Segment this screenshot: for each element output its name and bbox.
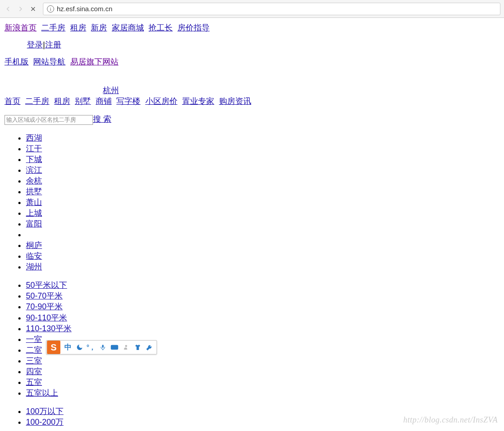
- nav-qianggongzhang[interactable]: 抢工长: [148, 23, 173, 32]
- nav-xinfang[interactable]: 新房: [91, 23, 107, 32]
- svg-point-6: [114, 346, 114, 347]
- nav-yiju[interactable]: 易居旗下网站: [70, 57, 119, 66]
- sogou-logo-icon[interactable]: S: [47, 341, 60, 354]
- list-item[interactable]: 100万以下: [26, 407, 64, 416]
- address-bar[interactable]: i hz.esf.sina.com.cn: [43, 3, 500, 15]
- list-item-empty: [26, 230, 500, 240]
- search-input[interactable]: [4, 115, 93, 125]
- list-item[interactable]: 萧山: [26, 198, 42, 207]
- auth-row: 登录|注册: [27, 39, 500, 50]
- list-item[interactable]: 100-200万: [26, 418, 64, 427]
- moon-icon[interactable]: [75, 343, 84, 352]
- keyboard-icon[interactable]: [110, 343, 119, 352]
- login-link[interactable]: 登录: [27, 40, 43, 49]
- back-icon[interactable]: [4, 4, 13, 13]
- mic-icon[interactable]: [98, 343, 107, 352]
- main-ershoufang[interactable]: 二手房: [25, 97, 49, 106]
- svg-point-5: [112, 346, 113, 347]
- info-icon: i: [47, 5, 54, 13]
- ime-lang-icon[interactable]: 中: [64, 343, 72, 352]
- top-nav: 新浪首页 二手房 租房 新房 家居商城 抢工长 房价指导: [4, 22, 500, 33]
- main-xiaoqu[interactable]: 小区房价: [145, 97, 178, 106]
- main-bieshu[interactable]: 别墅: [75, 97, 91, 106]
- area-list: 50平米以下 50-70平米 70-90平米 90-110平米 110-130平…: [26, 280, 500, 398]
- register-link[interactable]: 注册: [45, 40, 61, 49]
- city-link[interactable]: 杭州: [103, 86, 119, 95]
- util-nav: 手机版 网站导航 易居旗下网站: [4, 56, 500, 67]
- svg-point-8: [116, 346, 117, 347]
- nav-fangjia[interactable]: 房价指导: [178, 23, 210, 32]
- nav-zufang[interactable]: 租房: [70, 23, 86, 32]
- list-item[interactable]: 四室: [26, 367, 42, 376]
- search-row: 搜 索: [4, 114, 500, 125]
- list-item[interactable]: 下城: [26, 155, 42, 164]
- ime-toolbar[interactable]: S 中 °，: [46, 340, 157, 354]
- forward-icon[interactable]: [16, 4, 25, 13]
- list-item[interactable]: 滨江: [26, 166, 42, 175]
- list-item[interactable]: 二室: [26, 346, 42, 354]
- main-zhiye[interactable]: 置业专家: [182, 97, 214, 106]
- main-xiezilou[interactable]: 写字楼: [116, 97, 140, 106]
- list-item[interactable]: 110-130平米: [26, 324, 72, 333]
- main-shangpu[interactable]: 商铺: [96, 97, 112, 106]
- list-item[interactable]: 90-110平米: [26, 313, 67, 322]
- list-item[interactable]: 富阳: [26, 219, 42, 228]
- svg-point-10: [125, 345, 127, 347]
- list-item[interactable]: 五室以上: [26, 388, 58, 397]
- nav-ershoufang[interactable]: 二手房: [41, 23, 65, 32]
- list-item[interactable]: 西湖: [26, 133, 42, 142]
- nav-jiaju[interactable]: 家居商城: [112, 23, 144, 32]
- list-item[interactable]: 70-90平米: [26, 302, 63, 311]
- list-item[interactable]: 湖州: [26, 262, 42, 271]
- browser-toolbar: i hz.esf.sina.com.cn: [0, 0, 504, 18]
- list-item[interactable]: 五室: [26, 378, 42, 387]
- svg-rect-2: [102, 345, 104, 348]
- wrench-icon[interactable]: [145, 343, 154, 352]
- punct-icon[interactable]: °，: [87, 343, 96, 352]
- list-item[interactable]: 一室: [26, 335, 42, 344]
- stop-icon[interactable]: [29, 4, 38, 13]
- search-button[interactable]: 搜 索: [93, 115, 111, 124]
- list-item[interactable]: 临安: [26, 252, 42, 260]
- nav-mobile[interactable]: 手机版: [4, 57, 29, 66]
- shirt-icon[interactable]: [133, 343, 142, 352]
- svg-rect-9: [113, 348, 116, 349]
- main-nav: 杭州 首页 二手房 租房 别墅 商铺 写字楼 小区房价 置业专家 购房资讯: [4, 85, 500, 107]
- main-zufang[interactable]: 租房: [54, 97, 70, 106]
- person-icon[interactable]: [122, 343, 131, 352]
- url-text: hz.esf.sina.com.cn: [57, 5, 112, 13]
- svg-point-7: [115, 346, 116, 347]
- list-item[interactable]: 拱墅: [26, 187, 42, 196]
- list-item[interactable]: 余杭: [26, 176, 42, 185]
- list-item[interactable]: 江干: [26, 144, 42, 153]
- main-goufang[interactable]: 购房资讯: [219, 97, 251, 106]
- nav-sina-home[interactable]: 新浪首页: [4, 23, 37, 32]
- nav-sitemap[interactable]: 网站导航: [33, 57, 65, 66]
- watermark: http://blog.csdn.net/InsZVA: [403, 415, 498, 425]
- list-item[interactable]: 50-70平米: [26, 291, 63, 300]
- list-item[interactable]: 上城: [26, 209, 42, 218]
- list-item[interactable]: 三室: [26, 356, 42, 365]
- district-list: 西湖 江干 下城 滨江 余杭 拱墅 萧山 上城 富阳 桐庐 临安 湖州: [26, 133, 500, 272]
- list-item[interactable]: 桐庐: [26, 241, 42, 250]
- main-home[interactable]: 首页: [4, 97, 21, 106]
- list-item[interactable]: 50平米以下: [26, 281, 67, 290]
